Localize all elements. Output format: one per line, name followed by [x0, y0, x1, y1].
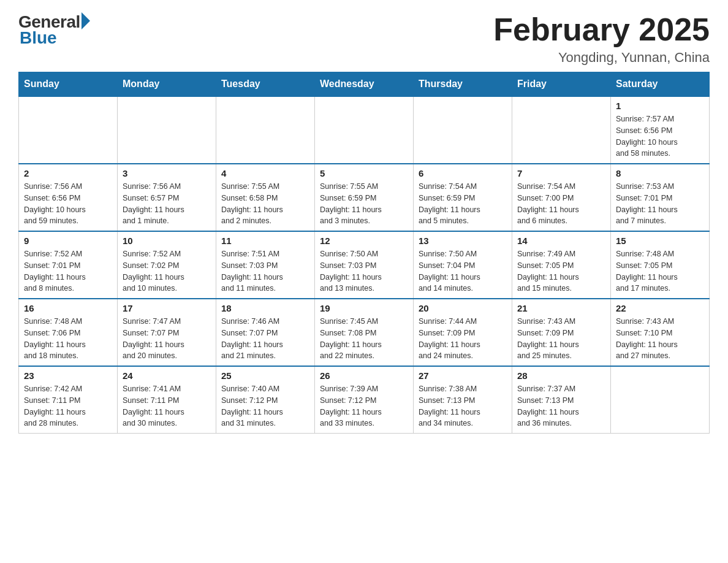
day-number: 7	[517, 168, 605, 178]
weekday-header-friday: Friday	[512, 72, 611, 97]
weekday-header-thursday: Thursday	[414, 72, 512, 97]
calendar-cell: 28Sunrise: 7:37 AMSunset: 7:13 PMDayligh…	[512, 366, 611, 434]
calendar-cell: 11Sunrise: 7:51 AMSunset: 7:03 PMDayligh…	[216, 231, 315, 299]
day-info: Sunrise: 7:43 AMSunset: 7:10 PMDaylight:…	[616, 316, 704, 362]
calendar-cell: 26Sunrise: 7:39 AMSunset: 7:12 PMDayligh…	[315, 366, 414, 434]
day-info: Sunrise: 7:49 AMSunset: 7:05 PMDaylight:…	[517, 248, 605, 294]
day-info: Sunrise: 7:53 AMSunset: 7:01 PMDaylight:…	[616, 181, 704, 227]
day-info: Sunrise: 7:45 AMSunset: 7:08 PMDaylight:…	[320, 316, 408, 362]
weekday-header-saturday: Saturday	[611, 72, 710, 97]
title-section: February 2025 Yongding, Yunnan, China	[493, 12, 710, 66]
day-number: 4	[221, 168, 309, 178]
weekday-header-tuesday: Tuesday	[216, 72, 315, 97]
day-info: Sunrise: 7:40 AMSunset: 7:12 PMDaylight:…	[221, 383, 309, 429]
day-number: 13	[419, 236, 507, 246]
logo-arrow-icon	[82, 12, 90, 29]
day-number: 5	[320, 168, 408, 178]
day-number: 26	[320, 370, 408, 381]
day-number: 8	[616, 168, 704, 178]
week-row-3: 9Sunrise: 7:52 AMSunset: 7:01 PMDaylight…	[19, 231, 710, 299]
calendar-cell: 19Sunrise: 7:45 AMSunset: 7:08 PMDayligh…	[315, 299, 414, 366]
calendar-cell: 1Sunrise: 7:57 AMSunset: 6:56 PMDaylight…	[611, 96, 710, 164]
week-row-4: 16Sunrise: 7:48 AMSunset: 7:06 PMDayligh…	[19, 299, 710, 366]
logo: General Blue	[18, 12, 90, 48]
weekday-header-row: SundayMondayTuesdayWednesdayThursdayFrid…	[19, 72, 710, 97]
day-number: 24	[123, 370, 211, 381]
day-number: 18	[221, 303, 309, 313]
day-number: 3	[123, 168, 211, 178]
calendar-title: February 2025	[493, 12, 710, 47]
calendar-cell	[414, 96, 512, 164]
calendar-cell: 9Sunrise: 7:52 AMSunset: 7:01 PMDaylight…	[19, 231, 118, 299]
calendar-cell	[216, 96, 315, 164]
calendar-cell: 21Sunrise: 7:43 AMSunset: 7:09 PMDayligh…	[512, 299, 611, 366]
calendar-cell	[315, 96, 414, 164]
calendar-cell	[512, 96, 611, 164]
calendar-cell: 18Sunrise: 7:46 AMSunset: 7:07 PMDayligh…	[216, 299, 315, 366]
day-info: Sunrise: 7:48 AMSunset: 7:05 PMDaylight:…	[616, 248, 704, 294]
calendar-cell: 13Sunrise: 7:50 AMSunset: 7:04 PMDayligh…	[414, 231, 512, 299]
calendar-cell: 27Sunrise: 7:38 AMSunset: 7:13 PMDayligh…	[414, 366, 512, 434]
day-number: 6	[419, 168, 507, 178]
day-number: 2	[24, 168, 112, 178]
day-info: Sunrise: 7:56 AMSunset: 6:56 PMDaylight:…	[24, 181, 112, 227]
day-info: Sunrise: 7:47 AMSunset: 7:07 PMDaylight:…	[123, 316, 211, 362]
day-info: Sunrise: 7:43 AMSunset: 7:09 PMDaylight:…	[517, 316, 605, 362]
day-info: Sunrise: 7:50 AMSunset: 7:04 PMDaylight:…	[419, 248, 507, 294]
day-number: 15	[616, 236, 704, 246]
day-number: 17	[123, 303, 211, 313]
day-number: 22	[616, 303, 704, 313]
calendar-cell: 12Sunrise: 7:50 AMSunset: 7:03 PMDayligh…	[315, 231, 414, 299]
calendar-cell: 2Sunrise: 7:56 AMSunset: 6:56 PMDaylight…	[19, 164, 118, 231]
calendar-cell: 8Sunrise: 7:53 AMSunset: 7:01 PMDaylight…	[611, 164, 710, 231]
page-header: General Blue February 2025 Yongding, Yun…	[18, 12, 710, 66]
calendar-table: SundayMondayTuesdayWednesdayThursdayFrid…	[18, 72, 710, 434]
day-number: 9	[24, 236, 112, 246]
calendar-cell: 20Sunrise: 7:44 AMSunset: 7:09 PMDayligh…	[414, 299, 512, 366]
day-number: 23	[24, 370, 112, 381]
day-info: Sunrise: 7:52 AMSunset: 7:02 PMDaylight:…	[123, 248, 211, 294]
week-row-2: 2Sunrise: 7:56 AMSunset: 6:56 PMDaylight…	[19, 164, 710, 231]
calendar-cell: 23Sunrise: 7:42 AMSunset: 7:11 PMDayligh…	[19, 366, 118, 434]
weekday-header-wednesday: Wednesday	[315, 72, 414, 97]
calendar-cell	[118, 96, 216, 164]
day-number: 20	[419, 303, 507, 313]
day-number: 14	[517, 236, 605, 246]
day-info: Sunrise: 7:55 AMSunset: 6:59 PMDaylight:…	[320, 181, 408, 227]
day-info: Sunrise: 7:52 AMSunset: 7:01 PMDaylight:…	[24, 248, 112, 294]
calendar-cell: 25Sunrise: 7:40 AMSunset: 7:12 PMDayligh…	[216, 366, 315, 434]
day-info: Sunrise: 7:48 AMSunset: 7:06 PMDaylight:…	[24, 316, 112, 362]
calendar-cell: 22Sunrise: 7:43 AMSunset: 7:10 PMDayligh…	[611, 299, 710, 366]
calendar-cell	[19, 96, 118, 164]
calendar-cell: 10Sunrise: 7:52 AMSunset: 7:02 PMDayligh…	[118, 231, 216, 299]
calendar-cell: 16Sunrise: 7:48 AMSunset: 7:06 PMDayligh…	[19, 299, 118, 366]
calendar-cell: 4Sunrise: 7:55 AMSunset: 6:58 PMDaylight…	[216, 164, 315, 231]
day-number: 12	[320, 236, 408, 246]
day-info: Sunrise: 7:39 AMSunset: 7:12 PMDaylight:…	[320, 383, 408, 429]
day-number: 27	[419, 370, 507, 381]
calendar-cell: 5Sunrise: 7:55 AMSunset: 6:59 PMDaylight…	[315, 164, 414, 231]
calendar-cell: 7Sunrise: 7:54 AMSunset: 7:00 PMDaylight…	[512, 164, 611, 231]
day-info: Sunrise: 7:42 AMSunset: 7:11 PMDaylight:…	[24, 383, 112, 429]
day-info: Sunrise: 7:51 AMSunset: 7:03 PMDaylight:…	[221, 248, 309, 294]
weekday-header-sunday: Sunday	[19, 72, 118, 97]
day-info: Sunrise: 7:44 AMSunset: 7:09 PMDaylight:…	[419, 316, 507, 362]
calendar-cell: 15Sunrise: 7:48 AMSunset: 7:05 PMDayligh…	[611, 231, 710, 299]
calendar-cell: 24Sunrise: 7:41 AMSunset: 7:11 PMDayligh…	[118, 366, 216, 434]
week-row-5: 23Sunrise: 7:42 AMSunset: 7:11 PMDayligh…	[19, 366, 710, 434]
day-info: Sunrise: 7:37 AMSunset: 7:13 PMDaylight:…	[517, 383, 605, 429]
day-info: Sunrise: 7:46 AMSunset: 7:07 PMDaylight:…	[221, 316, 309, 362]
calendar-subtitle: Yongding, Yunnan, China	[493, 50, 710, 66]
calendar-cell	[611, 366, 710, 434]
day-info: Sunrise: 7:38 AMSunset: 7:13 PMDaylight:…	[419, 383, 507, 429]
calendar-cell: 3Sunrise: 7:56 AMSunset: 6:57 PMDaylight…	[118, 164, 216, 231]
day-number: 11	[221, 236, 309, 246]
day-info: Sunrise: 7:54 AMSunset: 6:59 PMDaylight:…	[419, 181, 507, 227]
week-row-1: 1Sunrise: 7:57 AMSunset: 6:56 PMDaylight…	[19, 96, 710, 164]
calendar-cell: 17Sunrise: 7:47 AMSunset: 7:07 PMDayligh…	[118, 299, 216, 366]
day-info: Sunrise: 7:50 AMSunset: 7:03 PMDaylight:…	[320, 248, 408, 294]
logo-blue-text: Blue	[20, 28, 57, 48]
weekday-header-monday: Monday	[118, 72, 216, 97]
day-number: 28	[517, 370, 605, 381]
calendar-cell: 6Sunrise: 7:54 AMSunset: 6:59 PMDaylight…	[414, 164, 512, 231]
